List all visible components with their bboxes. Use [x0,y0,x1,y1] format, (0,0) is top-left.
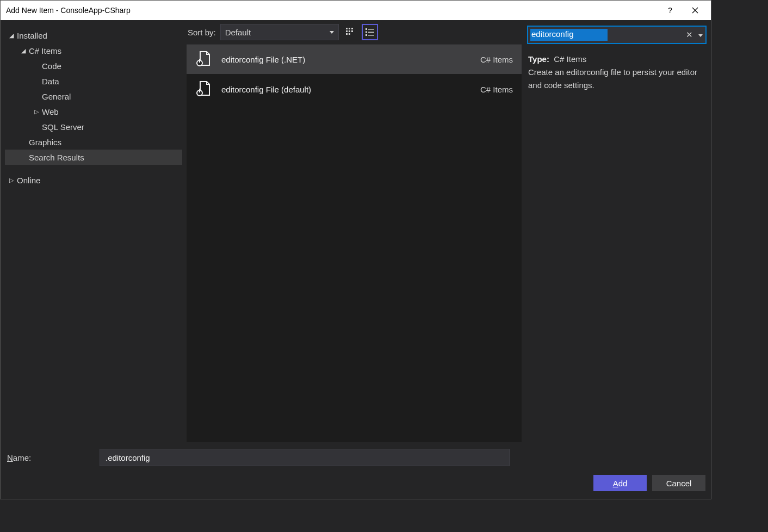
clear-search-button[interactable]: ✕ [683,30,696,40]
tree-csharp-items[interactable]: ◢ C# Items [5,43,182,58]
tree-data[interactable]: Data [5,73,182,89]
tree-label: Web [41,107,59,116]
tree-label: Installed [16,31,47,40]
svg-rect-14 [366,34,367,36]
titlebar: Add New Item - ConsoleApp-CSharp ? [1,1,711,20]
tree-label: General [41,92,71,101]
close-button[interactable] [683,1,708,20]
view-list-button[interactable] [362,24,378,40]
svg-rect-15 [368,35,374,36]
add-new-item-dialog: Add New Item - ConsoleApp-CSharp ? ◢ Ins… [0,0,711,499]
tree-online[interactable]: ▷ Online [5,172,182,188]
expand-icon: ◢ [7,32,16,39]
grid-icon [345,27,355,37]
sort-by-label: Sort by: [188,28,217,37]
details-pane: editorconfig ✕ Type: C# Items Create an … [522,20,711,442]
cancel-label: Cancel [666,479,692,488]
template-category: C# Items [480,85,513,94]
tree-graphics[interactable]: Graphics [5,134,182,150]
tree-sqlserver[interactable]: SQL Server [5,119,182,134]
template-details: Type: C# Items Create an editorconfig fi… [527,51,707,94]
template-name: editorconfig File (.NET) [221,55,480,64]
tree-installed[interactable]: ◢ Installed [5,28,182,43]
add-button[interactable]: Add Add [593,475,647,491]
upper-area: ◢ Installed ◢ C# Items Code Data Ge [1,20,711,442]
expand-icon: ◢ [19,47,28,54]
tree-label: Graphics [28,138,61,147]
help-button[interactable]: ? [658,1,683,20]
sort-by-value: Default [225,28,251,37]
footer: NName:ame: Add Add Cancel [1,442,711,499]
tree-label: C# Items [28,46,61,55]
svg-rect-4 [351,28,353,29]
dialog-body: ◢ Installed ◢ C# Items Code Data Ge [1,20,711,499]
tree-label: Code [41,61,61,71]
cancel-button[interactable]: Cancel [652,475,705,491]
search-options-dropdown[interactable] [696,30,705,39]
template-description: Create an editorconfig file to persist y… [528,66,705,92]
svg-rect-19 [199,89,200,92]
name-input[interactable] [100,449,510,466]
collapse-icon: ▷ [7,177,16,184]
collapse-icon: ▷ [32,108,41,115]
template-row[interactable]: editorconfig File (default) C# Items [187,75,522,104]
search-value: editorconfig [530,29,608,41]
file-config-icon [192,78,214,100]
list-icon [365,27,375,37]
svg-rect-3 [349,28,350,29]
button-row: Add Add Cancel [7,475,705,491]
chevron-down-icon [698,34,703,38]
svg-rect-17 [199,59,200,63]
toolbar: Sort by: Default [187,20,522,44]
close-icon [692,7,698,14]
view-grid-button[interactable] [342,24,358,40]
chevron-down-icon [330,31,334,34]
tree-label: Data [41,77,59,86]
tree-general[interactable]: General [5,89,182,104]
template-row[interactable]: editorconfig File (.NET) C# Items [187,45,522,75]
name-label: NName:ame: [7,453,100,462]
window-title: Add New Item - ConsoleApp-CSharp [6,6,658,15]
svg-rect-9 [349,33,350,35]
center-pane: Sort by: Default [187,20,522,442]
svg-rect-10 [366,28,367,30]
sort-by-dropdown[interactable]: Default [220,24,339,40]
svg-rect-2 [346,28,348,29]
type-value: C# Items [554,54,586,64]
template-list: editorconfig File (.NET) C# Items [187,44,522,442]
tree-label: Online [16,176,40,185]
svg-rect-7 [351,30,353,32]
svg-rect-8 [346,33,348,35]
category-tree: ◢ Installed ◢ C# Items Code Data Ge [1,20,187,442]
tree-label: SQL Server [41,122,84,132]
tree-web[interactable]: ▷ Web [5,104,182,119]
svg-rect-13 [368,32,374,33]
svg-rect-11 [368,29,374,30]
template-category: C# Items [480,55,513,64]
tree-code[interactable]: Code [5,58,182,73]
svg-rect-6 [349,30,350,32]
name-row: NName:ame: [7,449,705,466]
type-label: Type: [528,54,549,64]
tree-label: Search Results [28,153,84,162]
template-name: editorconfig File (default) [221,85,480,94]
add-label: Add [613,479,628,488]
search-input[interactable]: editorconfig ✕ [527,26,707,44]
tree-search-results[interactable]: Search Results [5,150,182,165]
help-icon: ? [668,6,672,15]
svg-rect-5 [346,30,348,32]
file-config-icon [192,48,214,70]
svg-rect-12 [366,32,367,33]
